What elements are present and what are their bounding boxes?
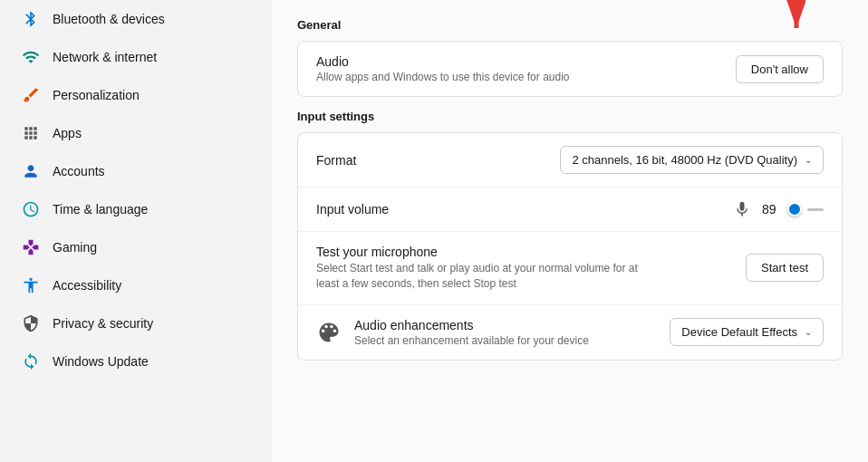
test-microphone-row: Test your microphone Select Start test a… [298,232,842,305]
sidebar-item-privacy-label: Privacy & security [53,316,153,331]
sidebar-item-update[interactable]: Windows Update [7,343,265,380]
volume-slider-thumb[interactable] [787,202,802,217]
bluetooth-icon [22,10,40,28]
audio-label: Audio [316,54,736,69]
dont-allow-button[interactable]: Don't allow [736,55,824,83]
input-volume-row: Input volume 89 [298,188,842,232]
sidebar-item-bluetooth[interactable]: Bluetooth & devices [7,1,265,37]
format-value: 2 channels, 16 bit, 48000 Hz (DVD Qualit… [572,153,797,167]
sidebar-item-update-label: Windows Update [53,354,149,369]
sidebar: Bluetooth & devices Network & internet P… [0,0,272,462]
brush-icon [22,86,40,104]
sidebar-item-accounts[interactable]: Accounts [7,153,265,189]
audio-row: Audio Allow apps and Windows to use this… [298,42,842,96]
audio-enhancements-sublabel: Select an enhancement available for your… [354,334,670,347]
sidebar-item-apps-label: Apps [53,126,82,140]
format-text: Format [316,153,560,168]
accessibility-icon [22,276,40,294]
test-mic-sublabel: Select Start test and talk or play audio… [316,261,661,292]
clock-icon [22,200,40,218]
sidebar-item-accessibility-label: Accessibility [53,278,121,293]
audio-enhancements-row: Audio enhancements Select an enhancement… [298,305,842,360]
audio-enhancements-label: Audio enhancements [354,318,670,332]
input-settings-section-title: Input settings [297,110,843,123]
enhancements-chevron-icon: ⌄ [805,327,812,337]
slider-end-mark [807,208,824,211]
gaming-icon [22,238,40,256]
audio-enhancements-icon [316,320,342,345]
test-mic-text: Test your microphone Select Start test a… [316,245,746,292]
audio-sublabel: Allow apps and Windows to use this devic… [316,71,736,83]
sidebar-item-network[interactable]: Network & internet [7,39,265,75]
sidebar-item-accounts-label: Accounts [53,164,105,178]
volume-number: 89 [762,202,784,217]
volume-slider-container[interactable] [795,207,824,211]
sidebar-item-privacy[interactable]: Privacy & security [7,305,265,342]
input-volume-label: Input volume [316,202,733,217]
apps-icon [22,124,40,142]
sidebar-item-personalization[interactable]: Personalization [7,77,265,113]
test-mic-label: Test your microphone [316,245,746,259]
audio-text: Audio Allow apps and Windows to use this… [316,54,736,83]
format-chevron-icon: ⌄ [805,155,812,165]
sidebar-item-personalization-label: Personalization [53,88,140,102]
sidebar-item-time-label: Time & language [53,202,148,217]
general-audio-card: Audio Allow apps and Windows to use this… [297,41,843,97]
start-test-button[interactable]: Start test [746,254,824,282]
input-volume-text: Input volume [316,202,733,217]
sidebar-item-bluetooth-label: Bluetooth & devices [53,12,165,26]
network-icon [22,48,40,66]
audio-enhancements-text: Audio enhancements Select an enhancement… [354,318,670,347]
update-icon [22,352,40,371]
shield-icon [22,314,40,332]
microphone-icon [733,200,751,218]
sidebar-item-network-label: Network & internet [53,50,157,64]
volume-controls: 89 [733,200,824,218]
audio-enhancements-value: Device Default Effects [681,325,797,339]
format-dropdown[interactable]: 2 channels, 16 bit, 48000 Hz (DVD Qualit… [560,146,824,174]
account-icon [22,162,40,180]
sidebar-item-apps[interactable]: Apps [7,115,265,151]
sidebar-item-time[interactable]: Time & language [7,191,265,227]
sidebar-item-accessibility[interactable]: Accessibility [7,267,265,303]
main-content: General Audio Allow apps and Windows to … [272,0,868,462]
input-settings-card: Format 2 channels, 16 bit, 48000 Hz (DVD… [297,132,843,361]
red-arrow-indicator [733,0,805,42]
sidebar-item-gaming-label: Gaming [53,240,97,255]
format-row: Format 2 channels, 16 bit, 48000 Hz (DVD… [298,133,842,188]
format-label: Format [316,153,560,168]
audio-enhancements-dropdown[interactable]: Device Default Effects ⌄ [670,318,824,346]
sidebar-item-gaming[interactable]: Gaming [7,229,265,265]
